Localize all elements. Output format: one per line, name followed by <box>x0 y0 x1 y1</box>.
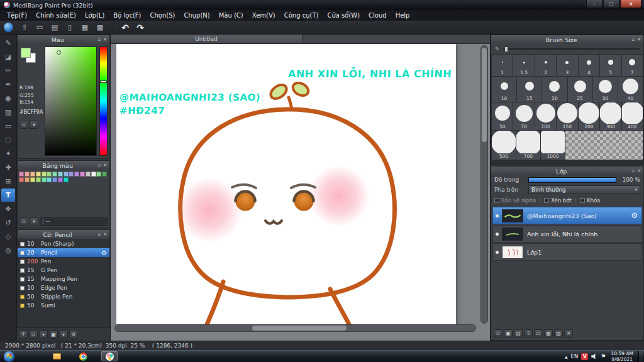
opacity-slider[interactable] <box>528 177 616 183</box>
color-swatch[interactable] <box>36 172 41 177</box>
select-tool[interactable]: ▭ <box>1 119 15 133</box>
saturation-value-picker[interactable] <box>45 47 97 156</box>
delete-color-button[interactable]: ▾ <box>30 217 38 226</box>
shape-tool[interactable]: ⊞ <box>1 175 15 188</box>
brush-size-option[interactable]: 3 <box>557 55 577 76</box>
language-indicator[interactable]: EN <box>571 353 579 359</box>
color-swatch[interactable] <box>19 172 24 177</box>
brush-size-option[interactable]: 4 <box>579 55 599 76</box>
brush-size-option[interactable]: 20 <box>542 77 567 102</box>
color-swatch[interactable] <box>47 172 52 177</box>
tray-expand-icon[interactable]: ▲ <box>565 354 568 359</box>
color-swatch[interactable] <box>74 172 79 177</box>
brush-item[interactable]: 50Stipple Pen <box>18 292 109 301</box>
menu-item[interactable]: Cloud <box>364 10 391 21</box>
gradient-tool[interactable]: ▨ <box>1 106 15 119</box>
color-swatch[interactable] <box>36 177 41 182</box>
volume-icon[interactable] <box>591 353 597 359</box>
canvas-page[interactable]: ANH XIN LỖI, NHI LÀ CHÍNH @MAIHOANGNHI23… <box>116 44 456 324</box>
color-swatch[interactable] <box>47 177 52 182</box>
minimize-button[interactable]: – <box>586 0 602 8</box>
brush-size-option[interactable]: 150 <box>557 102 577 130</box>
layer-item[interactable]: Anh xin lỗi, Nhi là chính <box>492 225 642 243</box>
brush-item[interactable]: 15G Pen <box>18 266 109 275</box>
brush-size-option[interactable]: 70 <box>513 102 534 130</box>
brush-item[interactable]: 15Mapping Pen <box>18 275 109 283</box>
comment-icon[interactable]: ▭ <box>33 22 46 33</box>
horizontal-scrollbar-thumb[interactable] <box>252 326 347 331</box>
brush-size-option[interactable]: 300 <box>600 102 621 130</box>
show-desktop-button[interactable] <box>638 351 643 362</box>
brush-more-button[interactable]: ▾ <box>59 331 68 339</box>
ime-icon[interactable]: V <box>581 353 588 360</box>
close-panel-icon[interactable]: ✕ <box>103 163 107 168</box>
brush-size-option[interactable]: 25 <box>568 77 592 102</box>
paint-sphere-icon[interactable] <box>4 23 13 32</box>
color-swatch[interactable] <box>52 172 57 177</box>
upload-icon[interactable]: ⇧ <box>18 22 31 33</box>
action-center-icon[interactable]: ⚑ <box>601 353 606 359</box>
color-swatch[interactable] <box>64 177 69 182</box>
brush-item[interactable]: 10Edge Pen <box>18 283 109 292</box>
color-swatch[interactable] <box>80 172 85 177</box>
delete-layer-button[interactable]: ✕ <box>564 329 573 337</box>
sv-marker-icon[interactable] <box>57 50 61 55</box>
brush-size-option[interactable]: 400 <box>622 102 643 130</box>
popout-icon[interactable]: ▫ <box>631 168 635 173</box>
taskbar-explorer-icon[interactable] <box>48 351 65 361</box>
layer-item[interactable]: Lớp1 <box>492 243 642 261</box>
color-swatch[interactable] <box>64 172 69 177</box>
blend-mode-select[interactable]: Bình thường ▾ <box>528 185 640 194</box>
popout-icon[interactable]: ▫ <box>97 163 101 168</box>
layer-settings-gear-icon[interactable]: ⚙ <box>631 211 639 220</box>
material-icon[interactable]: ▩ <box>94 22 106 33</box>
color-swatch[interactable] <box>25 172 30 177</box>
color-swatch[interactable] <box>42 172 47 177</box>
layer-visibility-dot-icon[interactable] <box>496 233 499 236</box>
menu-item[interactable]: Tệp(F) <box>3 10 31 21</box>
menu-item[interactable]: Chỉnh sửa(E) <box>31 10 80 21</box>
rotate-tool[interactable]: ↺ <box>1 216 15 229</box>
close-panel-icon[interactable]: ✕ <box>637 168 641 173</box>
panels-layout-icon[interactable]: ▤ <box>48 22 61 33</box>
color-swatch[interactable] <box>19 177 24 182</box>
color-swatch[interactable] <box>52 177 57 182</box>
magic-wand-tool[interactable]: ✦ <box>1 147 15 160</box>
horizontal-scrollbar[interactable] <box>114 324 476 332</box>
popout-icon[interactable]: ▫ <box>97 232 101 237</box>
color-swatch[interactable] <box>96 172 101 177</box>
collapse-panels-button[interactable]: ↑ <box>19 331 28 339</box>
brush-size-option[interactable]: 1.5 <box>513 55 534 76</box>
layer-item[interactable]: @Maihoangnhi23 (Sao)⚙ <box>492 207 642 224</box>
brush-size-option[interactable]: 2 <box>535 55 556 76</box>
taskbar-chrome-icon[interactable] <box>75 351 91 361</box>
menu-item[interactable]: Chụp(N) <box>179 10 214 21</box>
zoom-tool[interactable]: ◎ <box>1 244 15 257</box>
brush-size-option[interactable]: 1000 <box>541 131 565 160</box>
undo-button[interactable]: ↶ <box>119 22 131 33</box>
menu-item[interactable]: Bộ lọc(F) <box>109 10 145 21</box>
brush-size-option[interactable]: 10 <box>492 77 516 102</box>
pen-tool[interactable]: ✎ <box>1 36 15 50</box>
brush-size-option[interactable]: 1 <box>492 55 513 76</box>
brush-size-option[interactable]: 5 <box>600 55 621 76</box>
start-button[interactable] <box>4 351 14 362</box>
redo-button[interactable]: ↷ <box>134 22 147 33</box>
brush-item[interactable]: 200Pen <box>18 257 109 266</box>
brush-size-option[interactable]: 50 <box>492 102 513 130</box>
layer-visibility-dot-icon[interactable] <box>496 214 499 217</box>
layer-extra-button[interactable]: ▧ <box>554 329 563 337</box>
popout-icon[interactable]: ▫ <box>97 37 101 42</box>
hue-slider[interactable] <box>99 47 108 156</box>
color-swatch[interactable] <box>30 172 35 177</box>
close-panel-icon[interactable]: ✕ <box>637 37 641 42</box>
popout-icon[interactable]: ▫ <box>631 37 635 42</box>
close-button[interactable]: ✕ <box>620 0 641 8</box>
color-swatch[interactable] <box>86 172 91 177</box>
menu-item[interactable]: Xem(V) <box>248 10 280 21</box>
duplicate-layer-button[interactable]: ▣ <box>504 329 513 337</box>
color-swatch[interactable] <box>102 172 107 177</box>
layer-grid-button[interactable]: ▦ <box>544 329 553 337</box>
grid-icon[interactable]: ▦ <box>79 22 91 33</box>
color-swatch[interactable] <box>42 177 47 182</box>
